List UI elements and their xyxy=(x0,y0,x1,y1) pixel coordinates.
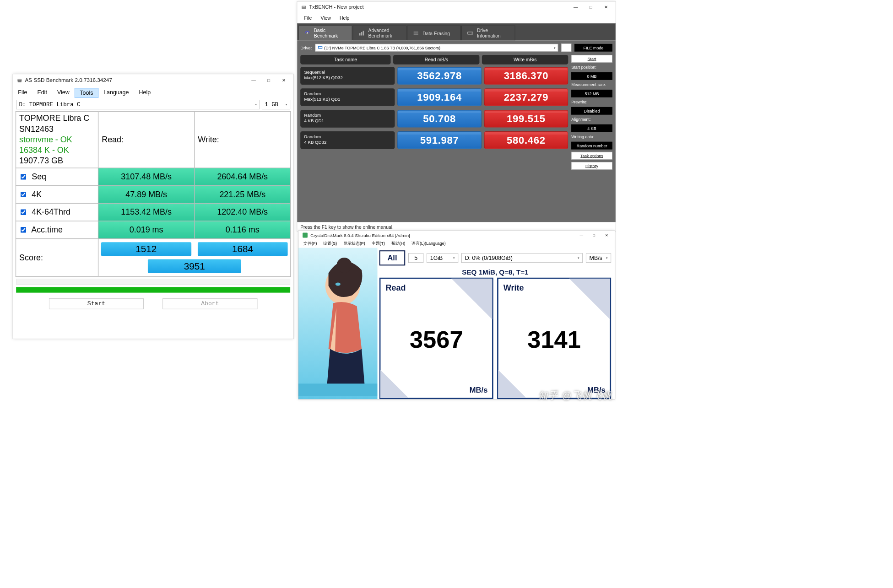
menu-theme[interactable]: 主题(T) xyxy=(368,240,388,247)
file-mode-button[interactable]: FILE mode xyxy=(574,44,612,52)
measure-value[interactable]: 512 MB xyxy=(571,90,612,97)
write-value: 199.515 xyxy=(484,110,568,128)
read-value: 3562.978 xyxy=(397,67,482,85)
prewrite-label: Prewrite: xyxy=(571,100,612,104)
start-button[interactable]: Start xyxy=(571,55,612,63)
write-value: 3186.370 xyxy=(484,67,568,85)
corner-pattern-icon xyxy=(380,370,409,398)
task-line1: Random xyxy=(304,91,391,97)
read-value: 50.708 xyxy=(397,110,482,128)
fourk-checkbox[interactable] xyxy=(21,192,26,197)
wdata-label: Writing data: xyxy=(571,135,612,139)
task-name: Random 4 KB QD32 xyxy=(300,131,395,149)
drive-capacity: 1907.73 GB xyxy=(19,156,95,166)
startpos-value[interactable]: 0 MB xyxy=(571,72,612,80)
maximize-button[interactable]: □ xyxy=(588,232,601,238)
menu-bar: File Edit View Tools Language Help xyxy=(13,87,293,99)
title-bar[interactable]: CrystalDiskMark 8.0.4 Shizuku Edition x6… xyxy=(298,231,615,239)
refresh-button[interactable]: ⟳ xyxy=(561,43,571,52)
tab-basic-benchmark[interactable]: Basic Benchmark xyxy=(298,26,352,40)
unit-select[interactable]: MB/s ▾ xyxy=(586,253,611,263)
read-card: Read 3567 MB/s xyxy=(379,278,493,399)
runs-select[interactable]: 5 xyxy=(408,253,423,263)
minimize-button[interactable]: — xyxy=(246,76,261,86)
close-button[interactable]: ✕ xyxy=(276,76,292,86)
seq-write: 2604.64 MB/s xyxy=(195,168,291,186)
svg-rect-15 xyxy=(298,383,378,396)
crystaldiskmark-window: CrystalDiskMark 8.0.4 Shizuku Edition x6… xyxy=(298,231,615,399)
row-4k64: 4K-64Thrd xyxy=(16,203,98,221)
menu-help[interactable]: Help xyxy=(335,14,354,22)
menu-help[interactable]: Help xyxy=(134,88,156,98)
seq-read: 3107.48 MB/s xyxy=(98,168,195,186)
tab-data-erasing[interactable]: Data Erasing xyxy=(407,26,460,40)
menu-view[interactable]: View xyxy=(52,88,75,98)
drive-select[interactable]: (D:) NVMe TOPMORE Libra C 1.86 TB (4,000… xyxy=(315,44,558,52)
bench-row: Random Max(512 KB) QD1 1909.164 2237.279 xyxy=(300,88,568,106)
maximize-button[interactable]: □ xyxy=(583,2,598,12)
wdata-value[interactable]: Random number xyxy=(571,142,612,150)
minimize-button[interactable]: — xyxy=(568,2,583,12)
driver-status: stornvme - OK xyxy=(19,135,95,145)
menu-edit[interactable]: Edit xyxy=(32,88,52,98)
window-title: TxBENCH - New project xyxy=(309,5,364,10)
tab-basic-label: Basic Benchmark xyxy=(314,28,338,38)
write-value: 580.462 xyxy=(484,131,568,149)
tab-advanced-benchmark[interactable]: Advanced Benchmark xyxy=(353,26,406,40)
task-options-button[interactable]: Task options xyxy=(571,152,612,160)
history-button[interactable]: History xyxy=(571,162,612,170)
refresh-icon: ⟳ xyxy=(564,45,568,50)
menu-lang[interactable]: 语言(L)(Language) xyxy=(408,240,449,247)
bench-row: Random 4 KB QD32 591.987 580.462 xyxy=(300,131,568,149)
maximize-button[interactable]: □ xyxy=(261,76,276,86)
task-name: Random 4 KB QD1 xyxy=(300,110,395,128)
menu-file[interactable]: File xyxy=(13,88,32,98)
menu-language[interactable]: Language xyxy=(98,88,134,98)
minimize-button[interactable]: — xyxy=(575,232,588,238)
bench-row: Sequential Max(512 KB) QD32 3562.978 318… xyxy=(300,67,568,85)
fourk-write: 221.25 MB/s xyxy=(195,186,291,204)
drive-value: D: 0% (0/1908GiB) xyxy=(465,254,513,261)
menu-profile[interactable]: 显示状态(P) xyxy=(340,240,368,247)
start-button[interactable]: Start xyxy=(49,298,144,309)
progress-track xyxy=(16,279,290,284)
title-bar[interactable]: TxBENCH - New project — □ ✕ xyxy=(297,1,616,13)
svg-marker-16 xyxy=(451,279,493,320)
drive-select[interactable]: D: TOPMORE Libra C▾ xyxy=(16,100,260,109)
menu-tools[interactable]: Tools xyxy=(75,88,98,98)
align-value[interactable]: 4 KB xyxy=(571,124,612,132)
close-button[interactable]: ✕ xyxy=(599,2,614,12)
test-size-select[interactable]: 1 GB▾ xyxy=(262,100,290,109)
drive-label: Drive: xyxy=(300,45,312,50)
tab-drive-information[interactable]: Drive Information xyxy=(461,26,515,40)
results-table: TOPMORE Libra C SN12463 stornvme - OK 16… xyxy=(16,111,291,277)
menu-bar: File View Help xyxy=(297,13,616,23)
fourk64-checkbox[interactable] xyxy=(21,210,26,215)
side-panel: Start Start position: 0 MB Measurement s… xyxy=(571,55,612,169)
seq-checkbox[interactable] xyxy=(21,174,26,180)
abort-button[interactable]: Abort xyxy=(162,298,257,309)
acc-label: Acc.time xyxy=(31,225,63,235)
svg-rect-3 xyxy=(307,32,308,34)
task-line1: Random xyxy=(304,113,391,118)
size-select[interactable]: 1GiB ▾ xyxy=(427,253,458,263)
hdr-read: Read mB/s xyxy=(393,55,479,65)
menu-file[interactable]: File xyxy=(300,14,316,22)
all-button[interactable]: All xyxy=(379,250,406,265)
corner-pattern-icon xyxy=(569,279,610,320)
unit-value: MB/s xyxy=(590,254,602,261)
menu-settings[interactable]: 设置(S) xyxy=(320,240,340,247)
menu-file[interactable]: 文件(F) xyxy=(300,240,320,247)
svg-marker-17 xyxy=(380,370,409,398)
menu-help[interactable]: 帮助(H) xyxy=(388,240,408,247)
acc-checkbox[interactable] xyxy=(21,227,26,232)
erase-icon xyxy=(412,30,419,37)
close-button[interactable]: ✕ xyxy=(601,232,613,238)
svg-rect-4 xyxy=(359,33,361,35)
drive-select[interactable]: D: 0% (0/1908GiB) ▾ xyxy=(461,253,583,263)
title-bar[interactable]: AS SSD Benchmark 2.0.7316.34247 — □ ✕ xyxy=(13,74,293,87)
prewrite-value[interactable]: Disabled xyxy=(571,107,612,115)
svg-point-14 xyxy=(336,283,341,286)
score-area: 1512 1684 3951 xyxy=(98,239,291,277)
menu-view[interactable]: View xyxy=(316,14,336,22)
